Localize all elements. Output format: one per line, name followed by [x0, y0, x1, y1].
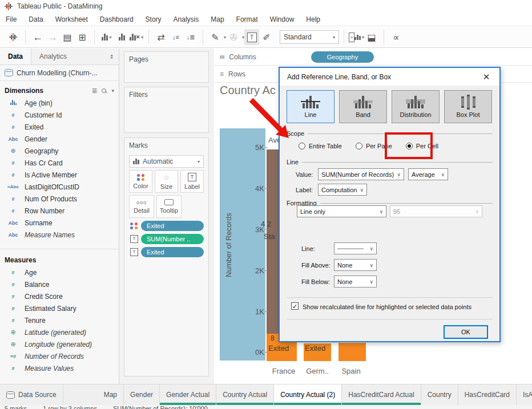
tab-isactivemember[interactable]: IsActiveMember: [517, 384, 532, 405]
menu-help[interactable]: Help: [306, 15, 320, 23]
field-is-active-member[interactable]: #Is Active Member: [0, 169, 119, 181]
type-distribution-button[interactable]: Distribution: [392, 90, 440, 123]
fix-axes-icon[interactable]: ✐: [259, 29, 274, 45]
menu-analysis[interactable]: Analysis: [174, 15, 199, 23]
menu-window[interactable]: Window: [270, 15, 295, 23]
field-surname[interactable]: AbcSurname: [0, 217, 119, 229]
field-latitude[interactable]: ⊕Latitude (generated): [0, 326, 119, 338]
menu-format[interactable]: Format: [236, 15, 258, 23]
tableau-home-icon[interactable]: [6, 29, 21, 45]
menu-worksheet[interactable]: Worksheet: [55, 15, 88, 23]
tab-country-actual-2[interactable]: Country Actual (2): [274, 384, 342, 405]
field-num-of-products[interactable]: #Num Of Products: [0, 193, 119, 205]
filters-shelf[interactable]: Filters: [124, 87, 209, 133]
close-icon[interactable]: ✕: [481, 72, 492, 82]
field-longitude[interactable]: ⊕Longitude (generated): [0, 338, 119, 350]
sort-ascending-icon[interactable]: ↓≡: [168, 29, 183, 45]
pill-label-sum-records[interactable]: SUM(Number ..: [141, 234, 204, 244]
menu-map[interactable]: Map: [211, 15, 224, 23]
type-line-button[interactable]: Line: [287, 90, 334, 123]
tooltip-button[interactable]: Tooltip: [156, 195, 182, 218]
field-geography[interactable]: ⊕Geography: [0, 145, 119, 157]
detail-button[interactable]: ooo Detail: [129, 195, 154, 218]
field-lastdigitofcustid[interactable]: =AbcLastDigitOfCustID: [0, 181, 119, 193]
color-button[interactable]: Color: [129, 170, 152, 193]
field-measure-values[interactable]: #Measure Values: [0, 362, 119, 374]
tab-analytics[interactable]: Analytics: [31, 48, 75, 64]
show-mark-labels-icon[interactable]: T: [244, 29, 259, 45]
ok-button[interactable]: OK: [444, 325, 488, 339]
save-icon[interactable]: ▤: [60, 29, 75, 45]
tab-data-source[interactable]: Data Source: [0, 384, 63, 405]
columns-shelf[interactable]: ııı Columns Geography: [214, 48, 532, 66]
bar-spain-exited[interactable]: [338, 343, 366, 361]
field-balance[interactable]: #Balance: [0, 278, 119, 290]
field-measure-names[interactable]: AbcMeasure Names: [0, 229, 119, 241]
radio-entire-table[interactable]: Entire Table: [299, 143, 342, 149]
attach-icon[interactable]: ✇: [226, 29, 241, 45]
aggregation-dropdown[interactable]: Average∨: [408, 168, 448, 180]
datasource-item[interactable]: Churn Modelling (Churn-...: [0, 65, 119, 81]
menu-file[interactable]: File: [6, 15, 17, 23]
y-axis-title: Number of Records: [224, 163, 233, 328]
menu-data[interactable]: Data: [29, 15, 43, 23]
fill-below-dropdown[interactable]: None∨: [334, 276, 377, 287]
tab-data[interactable]: Data: [0, 48, 31, 64]
pill-label-exited[interactable]: Exited: [141, 247, 204, 257]
tab-gender[interactable]: Gender: [124, 384, 160, 405]
tab-gender-actual[interactable]: Gender Actual: [160, 384, 216, 405]
pane-sort-icon[interactable]: ⇕: [110, 54, 119, 60]
field-credit-score[interactable]: #Credit Score: [0, 290, 119, 302]
field-number-of-records[interactable]: =#Number of Records: [0, 350, 119, 362]
new-worksheet-icon[interactable]: ▾: [99, 29, 114, 45]
tab-country-actual[interactable]: Country Actual: [216, 384, 274, 405]
field-customer-id[interactable]: #Customer Id: [0, 109, 119, 121]
label-dropdown[interactable]: Computation∨: [318, 184, 367, 196]
view-data-icon[interactable]: ≣: [91, 87, 97, 95]
field-age[interactable]: #Age: [0, 266, 119, 278]
show-me-icon[interactable]: ≡▾: [349, 29, 364, 45]
size-button[interactable]: ◌ Size: [155, 170, 178, 193]
fill-above-dropdown[interactable]: None∨: [334, 259, 377, 271]
value-dropdown[interactable]: SUM(Number of Records)∨: [318, 168, 404, 180]
pages-shelf[interactable]: Pages: [124, 51, 209, 83]
type-band-button[interactable]: Band: [339, 90, 387, 123]
field-has-cr-card[interactable]: #Has Cr Card: [0, 157, 119, 169]
field-gender[interactable]: AbcGender: [0, 133, 119, 145]
type-boxplot-button[interactable]: Box Plot: [444, 90, 492, 123]
clear-sheet-icon[interactable]: ✕▾: [129, 29, 144, 45]
undo-icon[interactable]: ←: [30, 29, 45, 45]
duplicate-sheet-icon[interactable]: [114, 29, 129, 45]
pill-color-exited[interactable]: Exited: [141, 221, 204, 231]
dimensions-menu-icon[interactable]: ▾: [111, 88, 114, 94]
swap-axes-icon[interactable]: ⇄: [154, 29, 168, 45]
search-icon[interactable]: [102, 88, 107, 94]
tab-country[interactable]: Country: [421, 384, 458, 405]
detail-icon: ooo: [136, 200, 147, 205]
recalc-checkbox[interactable]: ✓: [291, 302, 299, 310]
pill-geography[interactable]: Geography: [311, 51, 374, 63]
dimensions-header: Dimensions ≣ ▾: [0, 84, 119, 97]
tab-map[interactable]: Map: [98, 384, 124, 405]
mark-type-dropdown[interactable]: Automatic ▾: [129, 155, 204, 168]
share-icon[interactable]: ∝: [389, 29, 404, 45]
line-style-dropdown[interactable]: ∨: [334, 242, 377, 254]
field-row-number[interactable]: #Row Number: [0, 205, 119, 217]
fit-selector[interactable]: Standard ▾: [280, 30, 339, 44]
tab-hascreditcard-actual[interactable]: HasCreditCard Actual: [342, 384, 421, 405]
redo-icon[interactable]: →: [45, 29, 60, 45]
label-button[interactable]: T Label: [180, 170, 204, 193]
presentation-mode-icon[interactable]: ⬓: [364, 29, 379, 45]
field-age-bin[interactable]: Age (bin): [0, 97, 119, 109]
highlight-icon[interactable]: ✎: [208, 29, 223, 45]
menu-dashboard[interactable]: Dashboard: [100, 15, 134, 23]
field-tenure[interactable]: #Tenure: [0, 314, 119, 326]
sort-descending-icon[interactable]: ↓≣: [183, 29, 198, 45]
line-only-dropdown[interactable]: Line only∨: [297, 205, 386, 217]
menu-story[interactable]: Story: [146, 15, 162, 23]
line-type-icon: [303, 96, 319, 108]
field-exited[interactable]: #Exited: [0, 121, 119, 133]
tab-hascreditcard[interactable]: HasCreditCard: [458, 384, 517, 405]
field-estimated-salary[interactable]: #Estimated Salary: [0, 302, 119, 314]
add-data-icon[interactable]: ⊞: [75, 29, 90, 45]
